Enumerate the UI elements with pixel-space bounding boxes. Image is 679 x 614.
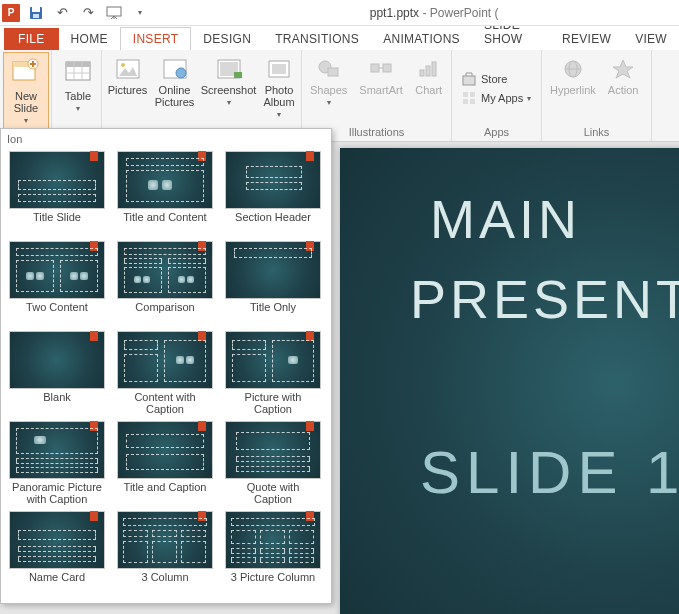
smartart-icon [368,56,394,82]
layout-blank[interactable]: Blank [3,329,111,419]
qat-customize-icon[interactable]: ▾ [130,3,150,23]
online-pictures-button[interactable]: Online Pictures [152,52,197,139]
svg-rect-26 [371,64,379,72]
layout-panoramic-picture-with-caption[interactable]: Panoramic Picture with Caption [3,419,111,509]
group-links: Hyperlink Action Links [542,50,652,141]
svg-rect-10 [66,62,90,67]
action-button[interactable]: Action [603,52,644,125]
table-button[interactable]: Table ▾ [55,52,101,139]
store-button[interactable]: Store [461,71,531,87]
shapes-button[interactable]: Shapes ▾ [305,52,352,125]
undo-icon[interactable]: ↶ [52,3,72,23]
layout-thumb [225,331,321,389]
table-label: Table [65,90,91,102]
layout-thumb [117,421,213,479]
layout-thumb [225,421,321,479]
svg-point-16 [121,63,125,67]
svg-rect-36 [470,99,475,104]
new-slide-button[interactable]: New Slide ▾ [3,52,49,139]
layout-thumb [9,331,105,389]
layout-label: 3 Column [141,569,188,595]
layout-section-header[interactable]: Section Header [219,149,327,239]
picture-icon [115,56,141,82]
layout-label: Name Card [29,569,85,595]
layout-content-with-caption[interactable]: Content with Caption [111,329,219,419]
layout-comparison[interactable]: Comparison [111,239,219,329]
layout-label: Comparison [135,299,194,325]
svg-rect-2 [33,14,39,18]
tab-animations[interactable]: ANIMATIONS [371,28,472,50]
svg-rect-34 [470,92,475,97]
screenshot-button[interactable]: Screenshot ▾ [199,52,258,139]
svg-rect-30 [426,66,430,76]
layout-thumb [117,511,213,569]
action-icon [610,56,636,82]
ribbon-tabs: FILE HOME INSERT DESIGN TRANSITIONS ANIM… [0,26,679,50]
group-label-links: Links [545,125,648,139]
layout-quote-with-caption[interactable]: Quote with Caption [219,419,327,509]
slide-preview[interactable]: MAIN PRESENT SLIDE 1 [340,148,679,614]
layout-label: Panoramic Picture with Caption [12,479,102,505]
store-icon [461,71,477,87]
tab-home[interactable]: HOME [59,28,120,50]
layout-3-column[interactable]: 3 Column [111,509,219,599]
chevron-down-icon: ▾ [277,110,281,119]
photo-album-icon [266,56,292,82]
store-label: Store [481,73,507,85]
action-label: Action [608,84,639,96]
quick-access-toolbar: ↶ ↷ ▾ [26,3,150,23]
shapes-label: Shapes [310,84,347,96]
layout-thumb [9,421,105,479]
layout-name-card[interactable]: Name Card [3,509,111,599]
redo-icon[interactable]: ↷ [78,3,98,23]
chart-button[interactable]: Chart [410,52,448,125]
myapps-button[interactable]: My Apps ▾ [461,90,531,106]
pictures-label: Pictures [108,84,148,96]
svg-rect-25 [328,68,338,76]
svg-rect-3 [107,7,121,16]
tab-insert[interactable]: INSERT [120,27,192,50]
tab-file[interactable]: FILE [4,28,59,50]
myapps-label: My Apps [481,92,523,104]
svg-rect-1 [32,7,40,12]
layout-title-and-caption[interactable]: Title and Caption [111,419,219,509]
svg-rect-35 [463,99,468,104]
layout-title-and-content[interactable]: Title and Content [111,149,219,239]
layout-title-only[interactable]: Title Only [219,239,327,329]
chevron-down-icon: ▾ [76,104,80,113]
new-slide-label: New Slide [14,90,38,114]
layout-grid: Title Slide Title and Content Section He… [1,149,331,603]
photo-album-label: Photo Album [263,84,294,108]
svg-rect-31 [432,62,436,76]
save-icon[interactable] [26,3,46,23]
screenshot-icon [216,56,242,82]
chart-label: Chart [415,84,442,96]
smartart-button[interactable]: SmartArt [354,52,407,125]
tab-transitions[interactable]: TRANSITIONS [263,28,371,50]
tab-design[interactable]: DESIGN [191,28,263,50]
tab-review[interactable]: REVIEW [550,28,623,50]
layout-thumb [225,511,321,569]
layout-3-picture-column[interactable]: 3 Picture Column [219,509,327,599]
online-pictures-label: Online Pictures [155,84,195,108]
layout-label: Title and Caption [124,479,207,505]
layout-title-slide[interactable]: Title Slide [3,149,111,239]
photo-album-button[interactable]: Photo Album ▾ [260,52,298,139]
svg-rect-8 [30,63,36,65]
smartart-label: SmartArt [359,84,402,96]
svg-rect-27 [383,64,391,72]
hyperlink-label: Hyperlink [550,84,596,96]
hyperlink-button[interactable]: Hyperlink [545,52,601,125]
chart-icon [416,56,442,82]
layout-picture-with-caption[interactable]: Picture with Caption [219,329,327,419]
layout-thumb [9,511,105,569]
layout-two-content[interactable]: Two Content [3,239,111,329]
layout-thumb [225,151,321,209]
start-slideshow-icon[interactable] [104,3,124,23]
layout-thumb [9,151,105,209]
svg-rect-32 [463,76,475,85]
pictures-button[interactable]: Pictures [105,52,150,139]
layout-thumb [225,241,321,299]
myapps-icon [461,90,477,106]
tab-view[interactable]: VIEW [623,28,679,50]
